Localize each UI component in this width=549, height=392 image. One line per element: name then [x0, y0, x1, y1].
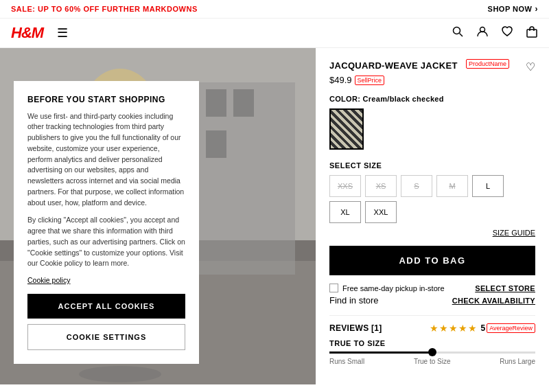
product-price: $49.9 [329, 75, 352, 85]
account-icon[interactable] [476, 25, 489, 41]
svg-rect-9 [206, 89, 226, 117]
product-name: JACQUARD-WEAVE JACKET [329, 60, 458, 72]
cookie-modal: BEFORE YOU START SHOPPING We use first- … [14, 81, 199, 365]
details-wrapper: JACQUARD-WEAVE JACKET ♡ $49.9 SellPrice … [329, 60, 535, 365]
size-scale-track [329, 351, 535, 354]
accept-cookies-button[interactable]: ACCEPT ALL COOKIES [27, 294, 185, 319]
scale-left-label: Runs Small [329, 358, 364, 365]
product-title-block: JACQUARD-WEAVE JACKET [329, 60, 458, 72]
hm-logo[interactable]: H&M [11, 24, 43, 42]
swatch-pattern [331, 110, 362, 148]
stars-area: ★★★★★ 5 AverageReview [430, 323, 535, 334]
size-s[interactable]: S [401, 175, 432, 197]
stars: ★★★★★ [430, 323, 478, 334]
main-content: BEFORE YOU START SHOPPING We use first- … [0, 48, 549, 384]
arrow-icon: › [535, 4, 539, 14]
size-scale-fill [329, 351, 432, 354]
svg-point-38 [79, 366, 161, 382]
size-xs[interactable]: XS [365, 175, 397, 197]
pickup-left: Free same-day pickup in-store [329, 284, 445, 292]
search-icon[interactable] [452, 25, 464, 41]
size-xxl[interactable]: XXL [365, 201, 397, 223]
cookie-policy-link[interactable]: Cookie policy [27, 276, 185, 284]
product-image-area: BEFORE YOU START SHOPPING We use first- … [0, 48, 316, 384]
sale-banner: SALE: UP TO 60% OFF FURTHER MARKDOWNS SH… [0, 0, 549, 19]
size-label: SELECT SIZE [329, 161, 535, 170]
product-details-panel: JACQUARD-WEAVE JACKET ♡ $49.9 SellPrice … [316, 48, 549, 384]
reviews-row: REVIEWS [1] ★★★★★ 5 AverageReview [329, 323, 535, 334]
sale-text: SALE: UP TO 60% OFF FURTHER MARKDOWNS [11, 5, 198, 13]
avg-review-annotation: AverageReview [487, 323, 535, 333]
product-name-annotation: ProductName [466, 59, 509, 69]
cookie-text-1: We use first- and third-party cookies in… [27, 111, 185, 209]
avg-review-block: 5 AverageReview [480, 323, 535, 333]
find-store-text: Find in store [329, 295, 379, 305]
svg-line-1 [460, 33, 463, 36]
scale-right-label: Runs Large [500, 358, 535, 365]
color-label: COLOR: Cream/black checked [329, 95, 535, 103]
check-availability-link[interactable]: CHECK AVAILABILITY [452, 297, 535, 305]
header: H&M ☰ [0, 19, 549, 48]
size-guide-row: SIZE GUIDE [329, 227, 535, 238]
reviews-label: REVIEWS [1] [329, 323, 382, 333]
color-swatch[interactable] [329, 108, 364, 150]
divider [329, 315, 535, 316]
svg-rect-12 [206, 130, 226, 158]
header-icons [452, 25, 538, 41]
size-m[interactable]: M [436, 175, 468, 197]
size-xxs[interactable]: XXS [329, 175, 361, 197]
cookie-text-2: By clicking "Accept all cookies", you ac… [27, 215, 185, 269]
bag-icon[interactable] [526, 25, 538, 41]
sell-price-annotation: SellPrice [355, 76, 385, 85]
hamburger-menu-icon[interactable]: ☰ [57, 25, 68, 41]
size-scale-marker [428, 348, 436, 356]
size-guide-link[interactable]: SIZE GUIDE [493, 229, 535, 237]
svg-rect-10 [233, 89, 254, 117]
svg-rect-3 [527, 30, 537, 37]
true-to-size-label: TRUE TO SIZE [329, 339, 535, 347]
color-swatch-area [329, 108, 535, 152]
wishlist-icon[interactable] [501, 25, 513, 41]
size-xl[interactable]: XL [329, 201, 361, 223]
cookie-title: BEFORE YOU START SHOPPING [27, 95, 185, 104]
svg-point-0 [454, 27, 460, 34]
add-to-bag-button[interactable]: ADD TO BAG [329, 246, 535, 275]
pickup-row: Free same-day pickup in-store SELECT STO… [329, 284, 535, 292]
pickup-label: Free same-day pickup in-store [342, 284, 445, 292]
size-l[interactable]: L [472, 175, 504, 197]
size-scale-labels: Runs Small True to Size Runs Large [329, 358, 535, 365]
product-wishlist-icon[interactable]: ♡ [526, 60, 535, 73]
cookie-settings-button[interactable]: COOKIE SETTINGS [27, 324, 185, 350]
size-scale-container: Runs Small True to Size Runs Large [329, 351, 535, 365]
avg-review-value: 5 [480, 323, 485, 333]
size-grid: XXS XS S M L XL XXL [329, 175, 535, 223]
find-store-row: Find in store CHECK AVAILABILITY [329, 295, 535, 305]
shop-now-link[interactable]: SHOP NOW › [488, 4, 538, 14]
select-store-link[interactable]: SELECT STORE [475, 284, 535, 292]
pickup-checkbox[interactable] [329, 284, 338, 292]
scale-middle-label: True to Size [414, 358, 451, 365]
